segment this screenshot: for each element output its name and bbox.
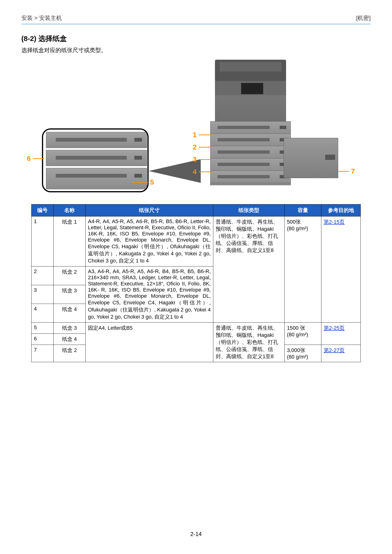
cell-no: 1 bbox=[32, 216, 54, 266]
table-row: 1 纸盒 1 A4-R, A4, A5-R, A5, A6-R, B5-R, B… bbox=[32, 216, 361, 266]
th-no: 编号 bbox=[32, 204, 54, 216]
th-ref: 参考目的地 bbox=[321, 204, 361, 216]
cell-no: 2 bbox=[32, 266, 54, 285]
th-type: 纸张类型 bbox=[213, 204, 285, 216]
section-title: (8-2) 选择纸盒 bbox=[21, 34, 371, 44]
cell-size: A3, A4-R, A4, A5-R, A5, A6-R, B4, B5-R, … bbox=[85, 266, 213, 323]
breadcrumb: 安装 > 安装主机 bbox=[21, 14, 62, 22]
confidential-label: [机密] bbox=[356, 14, 371, 22]
table-header-row: 编号 名称 纸张尺寸 纸张类型 容量 参考目的地 bbox=[32, 204, 361, 216]
side-feeder bbox=[284, 138, 338, 178]
cell-name: 纸盒 2 bbox=[54, 266, 85, 285]
cell-name: 纸盒 3 bbox=[54, 323, 85, 334]
th-capacity: 容量 bbox=[284, 204, 321, 216]
cell-name: 纸盒 3 bbox=[54, 285, 85, 304]
callout-4: 4 bbox=[193, 168, 197, 176]
cell-no: 3 bbox=[32, 285, 54, 304]
section-description: 选择纸盒对应的纸张尺寸或类型。 bbox=[21, 46, 371, 54]
ref-link-2-27[interactable]: 第2-27页 bbox=[324, 347, 345, 353]
cell-no: 7 bbox=[32, 345, 54, 362]
table-row: 5 纸盒 3 固定A4, Letter或B5 普通纸、牛皮纸、再生纸、预印纸、铜… bbox=[32, 323, 361, 334]
cell-capacity: 3,000张 (80 g/m²) bbox=[284, 345, 321, 362]
callout-7: 7 bbox=[351, 167, 355, 175]
callout-1: 1 bbox=[193, 131, 197, 139]
cell-type: 普通纸、牛皮纸、再生纸、预印纸、铜版纸、Hagaki（明信片）、彩色纸、打孔纸、… bbox=[213, 216, 285, 323]
cell-ref: 第2-15页 bbox=[321, 216, 361, 323]
th-name: 名称 bbox=[54, 204, 85, 216]
callout-5: 5 bbox=[150, 178, 154, 186]
printer-diagram: 1 2 3 4 5 6 7 bbox=[23, 60, 369, 197]
callout-3: 3 bbox=[193, 155, 197, 163]
callout-6: 6 bbox=[27, 154, 31, 162]
cell-size: A4-R, A4, A5-R, A5, A6-R, B5-R, B5, B6-R… bbox=[85, 216, 213, 266]
cell-name: 纸盒 2 bbox=[54, 345, 85, 362]
ref-link-2-15[interactable]: 第2-15页 bbox=[324, 219, 345, 225]
cassette-spec-table: 编号 名称 纸张尺寸 纸张类型 容量 参考目的地 1 纸盒 1 A4-R, A4… bbox=[31, 204, 361, 362]
cell-name: 纸盒 4 bbox=[54, 334, 85, 345]
cell-no: 5 bbox=[32, 323, 54, 334]
cassette-inset bbox=[42, 128, 149, 192]
cell-size: 固定A4, Letter或B5 bbox=[85, 323, 213, 362]
page-number: 2-14 bbox=[0, 531, 392, 537]
cell-name: 纸盒 4 bbox=[54, 304, 85, 323]
th-size: 纸张尺寸 bbox=[85, 204, 213, 216]
cell-no: 6 bbox=[32, 334, 54, 345]
cell-ref: 第2-25页 bbox=[321, 323, 361, 345]
header-rule bbox=[21, 24, 371, 24]
callout-2: 2 bbox=[193, 143, 197, 151]
page-header: 安装 > 安装主机 [机密] bbox=[21, 14, 371, 22]
cell-no: 4 bbox=[32, 304, 54, 323]
cell-name: 纸盒 1 bbox=[54, 216, 85, 266]
cell-capacity: 500张 (80 g/m²) bbox=[284, 216, 321, 323]
ref-link-2-25[interactable]: 第2-25页 bbox=[324, 325, 345, 331]
cell-type: 普通纸、牛皮纸、再生纸、预印纸、铜版纸、Hagaki（明信片）、彩色纸、打孔纸、… bbox=[213, 323, 285, 362]
cell-ref: 第2-27页 bbox=[321, 345, 361, 362]
cell-capacity: 1500 张 (80 g/m²) bbox=[284, 323, 321, 345]
